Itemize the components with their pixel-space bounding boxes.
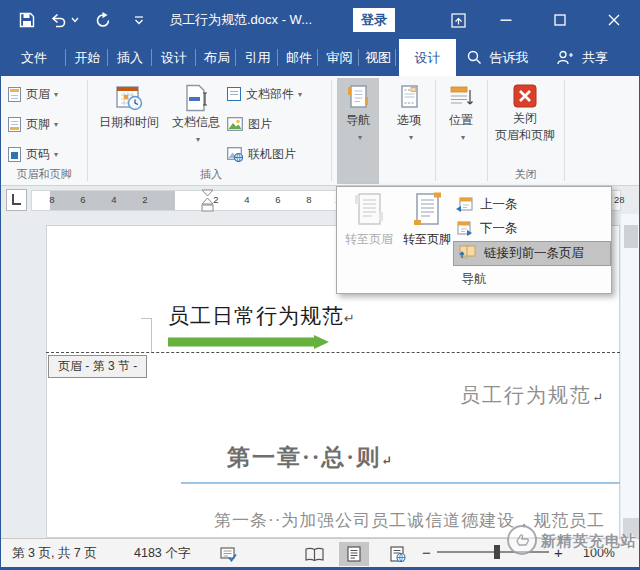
qat-customize-button[interactable]: [127, 10, 151, 30]
tab-layout[interactable]: 布局: [197, 39, 237, 76]
navigation-chunk-button[interactable]: 导航 ▾: [337, 78, 379, 184]
chapter-heading[interactable]: 第一章··总·则↵: [1, 442, 620, 473]
web-layout-icon: [390, 546, 406, 562]
tab-separator: [65, 49, 66, 66]
undo-button[interactable]: [47, 10, 81, 30]
online-pictures-icon: [227, 147, 243, 162]
web-layout-button[interactable]: [383, 542, 413, 566]
goto-footer-icon: [412, 192, 442, 230]
close-icon: [608, 14, 620, 26]
ribbon: 页眉▾ 页脚▾ 页码▾ 页眉和页脚 日期和时间 文档信息 ▾ 文档部件▾ 图片: [1, 76, 639, 186]
previous-icon: [455, 197, 473, 212]
navigation-icon: [347, 84, 369, 110]
tab-insert[interactable]: 插入: [109, 39, 151, 76]
tab-file[interactable]: 文件: [9, 39, 59, 76]
tab-mailings[interactable]: 邮件: [279, 39, 319, 76]
tab-headerfooter-design-active[interactable]: 设计: [399, 39, 456, 76]
ruler-number: 2: [140, 194, 150, 205]
tab-separator: [195, 49, 196, 66]
heading-underline: [181, 482, 620, 484]
pictures-button[interactable]: 图片: [227, 112, 272, 136]
word-window: 员工行为规范.docx - W... 登录 文件 开始 插入 设计 布局 引用 …: [0, 0, 640, 570]
proofing-status-button[interactable]: [213, 542, 243, 566]
tab-design[interactable]: 设计: [153, 39, 195, 76]
zoom-out-button[interactable]: −: [422, 539, 431, 567]
header-button[interactable]: 页眉▾: [8, 82, 58, 106]
save-icon: [19, 12, 35, 28]
tab-separator: [107, 49, 108, 66]
undo-icon: [50, 13, 69, 28]
next-button[interactable]: 下一条: [455, 217, 518, 239]
zoom-slider-thumb[interactable]: [494, 545, 500, 559]
ribbon-tab-bar: 文件 开始 插入 设计 布局 引用 邮件 审阅 视图 设计 告诉我 共享: [1, 39, 639, 76]
position-icon: [449, 84, 473, 110]
redo-button[interactable]: [91, 10, 115, 30]
print-layout-button[interactable]: [339, 542, 369, 566]
ruler-number: 6: [78, 194, 88, 205]
tab-tell-me[interactable]: 告诉我: [485, 39, 533, 76]
tab-share[interactable]: 共享: [575, 39, 615, 76]
vertical-scrollbar[interactable]: [621, 214, 640, 538]
page-indicator[interactable]: 第 3 页, 共 7 页: [12, 539, 97, 567]
footer-icon: [8, 117, 21, 132]
header-frame-line: [141, 318, 151, 319]
page-number-button[interactable]: 页码▾: [8, 142, 58, 166]
watermark-logo-icon: [507, 525, 537, 555]
word-count[interactable]: 4183 个字: [134, 539, 190, 567]
header-icon: [8, 87, 21, 102]
position-chunk-button[interactable]: 位置 ▾: [440, 78, 482, 184]
ruler-number: 4: [242, 194, 252, 205]
tab-stop-selector[interactable]: [6, 189, 27, 211]
ruler-number: 8: [47, 194, 57, 205]
undo-dropdown-arrow-icon: [71, 17, 79, 23]
maximize-button[interactable]: [547, 10, 573, 30]
body-header-line[interactable]: 员工行为规范↵: [460, 382, 605, 409]
tab-view[interactable]: 视图: [360, 39, 396, 76]
tab-references[interactable]: 引用: [237, 39, 278, 76]
read-mode-icon: [305, 547, 324, 562]
header-boundary-dashed-line: [46, 352, 620, 353]
close-button[interactable]: [601, 10, 627, 30]
maximize-icon: [554, 14, 566, 26]
minimize-button[interactable]: [493, 10, 519, 30]
header-text[interactable]: 员工日常行为规范↵: [168, 302, 356, 330]
next-icon: [455, 221, 473, 236]
ruler-number: 8: [304, 194, 314, 205]
print-layout-icon: [347, 546, 361, 562]
scrollbar-thumb[interactable]: [624, 225, 638, 248]
ruler-number: 6: [273, 194, 283, 205]
watermark: 新精英充电站: [501, 523, 640, 565]
search-icon: [467, 50, 482, 69]
indent-markers[interactable]: [201, 189, 214, 214]
share-person-icon: [557, 50, 573, 69]
goto-footer-button[interactable]: 转至页脚: [398, 191, 456, 255]
signin-button[interactable]: 登录: [353, 8, 395, 32]
close-header-footer-icon: [513, 84, 537, 108]
save-button[interactable]: [15, 10, 39, 30]
tab-review[interactable]: 审阅: [319, 39, 360, 76]
ribbon-display-options-button[interactable]: [445, 10, 471, 30]
header-section-tag: 页眉 - 第 3 节 -: [48, 355, 147, 378]
quick-parts-button[interactable]: 文档部件▾: [227, 82, 302, 106]
group-separator: [487, 80, 488, 181]
close-group-label: 关闭: [487, 167, 564, 182]
tab-home[interactable]: 开始: [67, 39, 108, 76]
goto-header-icon: [354, 192, 384, 230]
proofing-icon: [220, 546, 237, 562]
footer-button[interactable]: 页脚▾: [8, 112, 58, 136]
page-number-icon: [8, 147, 21, 162]
read-mode-button[interactable]: [299, 542, 329, 566]
tab-separator: [395, 49, 396, 66]
document-info-icon: [184, 84, 208, 112]
watermark-text: 新精英充电站: [541, 532, 637, 551]
green-arrow-shape[interactable]: [168, 335, 330, 349]
group-separator: [331, 80, 332, 181]
header-frame-line: [151, 318, 152, 353]
options-chunk-button[interactable]: 选项 ▾: [388, 78, 430, 184]
previous-button[interactable]: 上一条: [455, 193, 518, 215]
header-footer-group-label: 页眉和页脚: [1, 167, 87, 182]
link-to-previous-button[interactable]: 链接到前一条页眉: [453, 241, 611, 266]
tab-separator: [235, 49, 236, 66]
paragraph-mark: ↵: [344, 311, 356, 326]
online-pictures-button[interactable]: 联机图片: [227, 142, 296, 166]
